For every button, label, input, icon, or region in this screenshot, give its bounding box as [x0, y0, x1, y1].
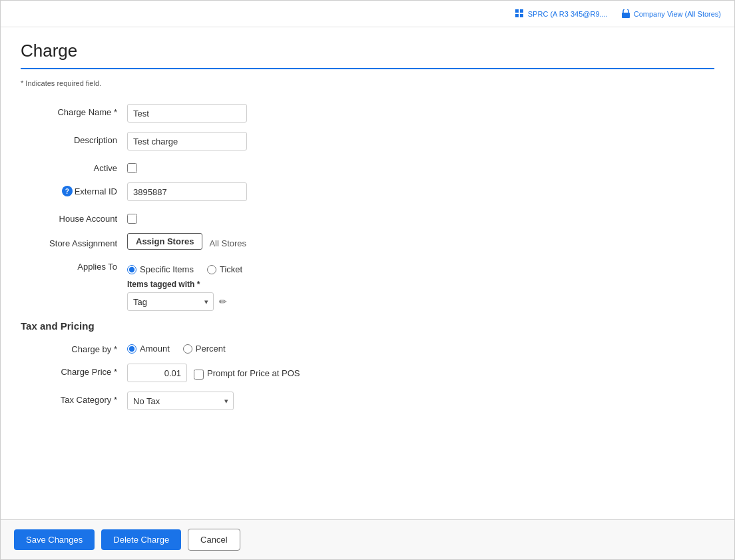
amount-option[interactable]: Amount — [127, 344, 170, 354]
content-area: Charge * Indicates required field. Charg… — [1, 27, 734, 519]
all-stores-text: All Stores — [209, 235, 246, 248]
items-tagged-label: Items tagged with * — [127, 280, 242, 289]
tag-select-wrapper: Tag ▾ — [127, 292, 214, 311]
ticket-radio[interactable] — [207, 265, 216, 274]
amount-radio[interactable] — [127, 344, 136, 354]
top-bar: SPRC (A R3 345@R9.... Company View (All … — [1, 1, 734, 27]
items-tagged-section: Items tagged with * Tag ▾ ✏ — [127, 280, 242, 311]
svg-rect-3 — [520, 14, 523, 17]
ticket-option[interactable]: Ticket — [207, 264, 242, 274]
prompt-price-text: Prompt for Price at POS — [207, 368, 300, 378]
applies-to-radio-group: Specific Items Ticket — [127, 262, 242, 274]
house-account-checkbox[interactable] — [127, 214, 137, 224]
charge-price-content: Prompt for Price at POS — [127, 364, 300, 382]
active-label: Active — [21, 160, 127, 173]
grid-icon — [515, 9, 525, 19]
percent-radio[interactable] — [183, 344, 192, 354]
tax-category-label: Tax Category — [21, 392, 127, 405]
cancel-button[interactable]: Cancel — [188, 529, 240, 551]
description-label: Description — [21, 132, 127, 145]
page-header: Charge * Indicates required field. — [1, 27, 734, 104]
charge-name-row: Charge Name — [21, 104, 714, 123]
applies-to-row: Applies To Specific Items Ticket Ite — [21, 259, 714, 311]
description-input[interactable] — [127, 132, 247, 150]
tax-pricing-section-title: Tax and Pricing — [21, 320, 714, 332]
help-icon: ? — [62, 186, 73, 196]
delete-charge-button[interactable]: Delete Charge — [101, 529, 181, 550]
external-id-row: ? External ID — [21, 182, 714, 201]
charge-by-radio-group: Amount Percent — [127, 341, 226, 354]
store-icon — [621, 9, 630, 19]
percent-label: Percent — [196, 344, 226, 354]
store-assignment-row: Store Assignment Assign Stores All Store… — [21, 233, 714, 250]
page-title: Charge — [21, 41, 714, 69]
specific-items-label: Specific Items — [140, 264, 194, 274]
prompt-price-label[interactable]: Prompt for Price at POS — [194, 366, 300, 380]
specific-items-radio[interactable] — [127, 265, 136, 274]
charge-by-row: Charge by Amount Percent — [21, 341, 714, 354]
active-checkbox[interactable] — [127, 163, 137, 173]
pencil-icon[interactable]: ✏ — [219, 296, 227, 307]
specific-items-option[interactable]: Specific Items — [127, 264, 194, 274]
save-changes-button[interactable]: Save Changes — [14, 529, 95, 550]
charge-name-label: Charge Name — [21, 104, 127, 117]
description-row: Description — [21, 132, 714, 150]
tax-select-wrapper: No Tax ▾ — [127, 392, 234, 410]
charge-by-label: Charge by — [21, 341, 127, 354]
svg-rect-0 — [515, 9, 519, 13]
footer-bar: Save Changes Delete Charge Cancel — [1, 519, 734, 559]
store-assignment-content: Assign Stores All Stores — [127, 233, 246, 250]
top-bar-item1-text: SPRC (A R3 345@R9.... — [528, 10, 608, 18]
svg-rect-1 — [520, 9, 523, 13]
tax-category-select[interactable]: No Tax — [127, 392, 234, 410]
amount-label: Amount — [140, 344, 170, 354]
top-bar-item2-text: Company View (All Stores) — [634, 10, 721, 18]
prompt-price-checkbox[interactable] — [194, 370, 204, 380]
percent-option[interactable]: Percent — [183, 344, 226, 354]
main-window: SPRC (A R3 345@R9.... Company View (All … — [0, 0, 735, 560]
ticket-label: Ticket — [220, 264, 242, 274]
house-account-row: House Account — [21, 210, 714, 224]
tag-select[interactable]: Tag — [127, 292, 214, 311]
house-account-label: House Account — [21, 210, 127, 224]
store-assignment-label: Store Assignment — [21, 233, 127, 248]
svg-rect-4 — [622, 13, 630, 18]
top-bar-item-1[interactable]: SPRC (A R3 345@R9.... — [515, 9, 608, 19]
assign-stores-button[interactable]: Assign Stores — [127, 233, 202, 250]
external-id-input[interactable] — [127, 182, 247, 201]
charge-name-input[interactable] — [127, 104, 247, 123]
tag-row: Tag ▾ ✏ — [127, 292, 242, 311]
svg-rect-2 — [515, 14, 519, 17]
top-bar-item-2[interactable]: Company View (All Stores) — [621, 9, 721, 19]
applies-to-content: Specific Items Ticket Items tagged with … — [127, 259, 242, 311]
active-row: Active — [21, 160, 714, 173]
charge-price-label: Charge Price — [21, 364, 127, 377]
required-note: * Indicates required field. — [21, 79, 714, 87]
external-id-label: External ID — [75, 186, 117, 196]
tax-category-row: Tax Category No Tax ▾ — [21, 392, 714, 410]
external-id-label-wrapper: ? External ID — [21, 182, 127, 196]
charge-price-row: Charge Price Prompt for Price at POS — [21, 364, 714, 382]
charge-price-input[interactable] — [127, 364, 187, 382]
form-area: Charge Name Description Active ? Externa… — [1, 104, 734, 519]
applies-to-label: Applies To — [21, 259, 127, 272]
